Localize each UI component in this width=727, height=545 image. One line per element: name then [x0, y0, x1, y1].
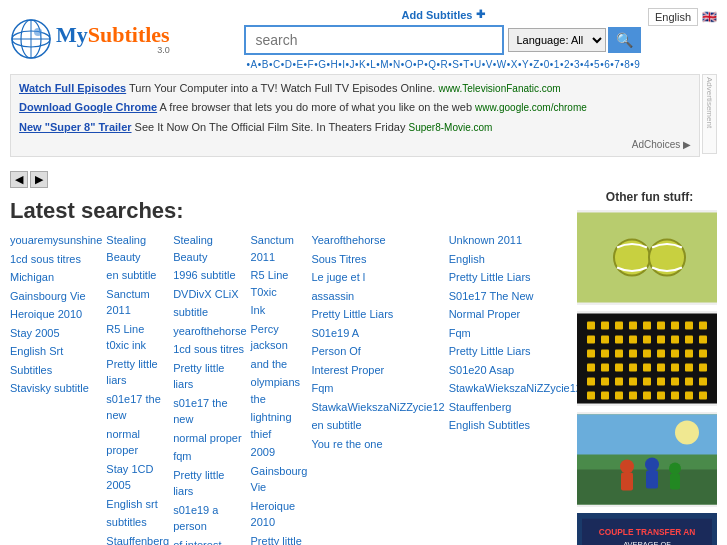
search-item[interactable]: Pretty Little Liars [311, 306, 444, 323]
search-item[interactable]: Le juge et l [311, 269, 444, 286]
search-item[interactable]: Fqm [311, 380, 444, 397]
search-input[interactable] [244, 25, 504, 55]
search-item[interactable]: DVDivX CLiX [173, 286, 246, 303]
search-item[interactable]: Stavisky subtitle [10, 380, 102, 397]
search-item[interactable]: Sanctum 2011 [251, 232, 308, 265]
search-item[interactable]: youaremysunshine [10, 232, 102, 249]
search-item[interactable]: English Srt [10, 343, 102, 360]
search-item[interactable]: Stealing Beauty [173, 232, 246, 265]
search-item[interactable]: 1996 subtitle [173, 267, 246, 284]
sidebar-image-2[interactable] [577, 311, 717, 406]
search-item[interactable]: s01e17 the new [173, 395, 246, 428]
search-item[interactable]: olympians the [251, 374, 308, 407]
sidebar-image-1[interactable] [577, 210, 717, 305]
svg-rect-39 [615, 364, 623, 372]
svg-rect-49 [629, 378, 637, 386]
search-item[interactable]: StawkaWiekszaNiZZycie12 [449, 380, 582, 397]
search-item[interactable]: en subtitle [106, 267, 169, 284]
search-item[interactable]: Stay 2005 [10, 325, 102, 342]
search-item[interactable]: Ink [251, 302, 308, 319]
svg-rect-16 [671, 322, 679, 330]
svg-rect-19 [587, 336, 595, 344]
nav-prev[interactable]: ◀ [10, 171, 28, 188]
search-item[interactable]: and the [251, 356, 308, 373]
search-col-4: Sanctum 2011 R5 Line T0xic Ink Percy jac… [251, 232, 308, 545]
search-item[interactable]: S01e17 The New [449, 288, 582, 305]
search-button[interactable]: 🔍 [608, 27, 641, 53]
search-item[interactable]: Gainsbourg Vie [10, 288, 102, 305]
svg-rect-42 [657, 364, 665, 372]
svg-rect-47 [601, 378, 609, 386]
sidebar-image-4[interactable]: COUPLE TRANSFER AN AVERAGE OF 1. MISS 2.… [577, 513, 717, 545]
search-item[interactable]: Subtitles [10, 362, 102, 379]
svg-rect-44 [685, 364, 693, 372]
search-item[interactable]: Heroique 2010 [10, 306, 102, 323]
search-item[interactable]: subtitle [173, 304, 246, 321]
search-item[interactable]: 2009 [251, 444, 308, 461]
search-item[interactable]: normal proper [173, 430, 246, 447]
search-item[interactable]: en subtitle [311, 417, 444, 434]
search-item[interactable]: Pretty Little Liars [449, 269, 582, 286]
search-item[interactable]: normal proper [106, 426, 169, 459]
search-item[interactable]: Pretty little liars [106, 356, 169, 389]
search-item[interactable]: R5 Line T0xic [251, 267, 308, 300]
svg-rect-61 [671, 392, 679, 400]
search-item[interactable]: English srt [106, 496, 169, 513]
search-item[interactable]: Person Of [311, 343, 444, 360]
search-item[interactable]: subtitles [106, 514, 169, 531]
sidebar-img-svg-1 [577, 210, 717, 305]
search-item[interactable]: English [449, 251, 582, 268]
ad-link-1[interactable]: Watch Full Episodes [19, 82, 126, 94]
search-item[interactable]: Interest Proper [311, 362, 444, 379]
ad-link-2[interactable]: Download Google Chrome [19, 101, 157, 113]
search-item[interactable]: s01e17 the new [106, 391, 169, 424]
search-item[interactable]: yearofthehorse [173, 323, 246, 340]
search-item[interactable]: 1cd sous titres [10, 251, 102, 268]
svg-rect-28 [587, 350, 595, 358]
search-item[interactable]: Unknown 2011 [449, 232, 582, 249]
search-item[interactable]: R5 Line t0xic ink [106, 321, 169, 354]
search-item[interactable]: lightning thief [251, 409, 308, 442]
ad-link-3[interactable]: New "Super 8" Trailer [19, 121, 132, 133]
search-item[interactable]: 1cd sous titres [173, 341, 246, 358]
search-item[interactable]: Stay 1CD 2005 [106, 461, 169, 494]
nav-next[interactable]: ▶ [30, 171, 48, 188]
search-item[interactable]: S01e19 A [311, 325, 444, 342]
search-item[interactable]: English Subtitles [449, 417, 582, 434]
search-item[interactable]: Normal Proper [449, 306, 582, 323]
search-item[interactable]: You re the one [311, 436, 444, 453]
search-item[interactable]: Stauffenberg [449, 399, 582, 416]
language-select[interactable]: Language: All [508, 28, 606, 52]
search-item[interactable]: Pretty little liars [251, 533, 308, 545]
ad-item-3: New "Super 8" Trailer See It Now On The … [19, 120, 691, 135]
svg-rect-15 [657, 322, 665, 330]
search-item[interactable]: Sous Titres [311, 251, 444, 268]
search-item[interactable]: assassin [311, 288, 444, 305]
search-item[interactable]: Heroique 2010 [251, 498, 308, 531]
search-item[interactable]: Stauffenberg [106, 533, 169, 545]
svg-rect-18 [699, 322, 707, 330]
search-item[interactable]: Stealing Beauty [106, 232, 169, 265]
search-item[interactable]: Pretty little liars [173, 467, 246, 500]
svg-rect-71 [646, 471, 658, 489]
add-subtitles-link[interactable]: Add Subtitles [402, 9, 473, 21]
search-item[interactable]: Fqm [449, 325, 582, 342]
search-item[interactable]: s01e19 a person [173, 502, 246, 535]
search-item[interactable]: Percy jackson [251, 321, 308, 354]
search-item[interactable]: Michigan [10, 269, 102, 286]
svg-rect-35 [685, 350, 693, 358]
search-item[interactable]: Pretty Little Liars [449, 343, 582, 360]
search-item[interactable]: Yearofthehorse [311, 232, 444, 249]
search-item[interactable]: Gainsbourg Vie [251, 463, 308, 496]
language-selector[interactable]: English 🇬🇧 [648, 8, 717, 26]
search-item[interactable]: StawkaWiekszaNiZZycie12 [311, 399, 444, 416]
language-button[interactable]: English [648, 8, 698, 26]
search-item[interactable]: Sanctum 2011 [106, 286, 169, 319]
flag-icon: 🇬🇧 [702, 10, 717, 24]
search-item[interactable]: Pretty little liars [173, 360, 246, 393]
search-item[interactable]: fqm [173, 448, 246, 465]
svg-rect-22 [629, 336, 637, 344]
sidebar-image-3[interactable] [577, 412, 717, 507]
search-item[interactable]: of interest proper [173, 537, 246, 545]
search-item[interactable]: S01e20 Asap [449, 362, 582, 379]
